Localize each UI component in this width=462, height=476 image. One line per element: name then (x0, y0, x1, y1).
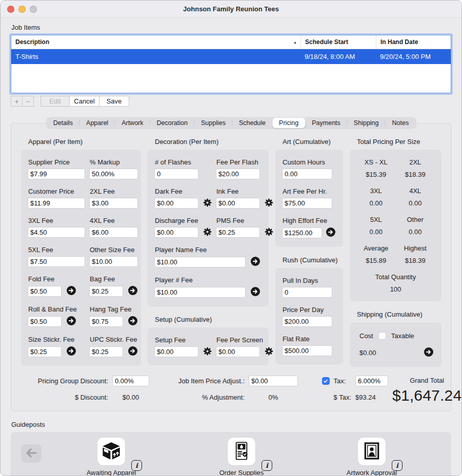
fee-other-size-input[interactable] (89, 256, 138, 267)
artwork-approval-info-button[interactable]: i (392, 460, 403, 471)
tab-schedule[interactable]: Schedule (232, 118, 272, 128)
discount-summary-group: Pricing Group Discount: $ Discount: $0.0… (21, 376, 149, 401)
tab-shipping[interactable]: Shipping (347, 118, 386, 128)
size-stickr-fee-apply-button[interactable] (66, 346, 76, 358)
hang-tag-fee-input[interactable] (89, 316, 123, 327)
player-num-fee-input[interactable] (154, 287, 246, 298)
supplier-price-input[interactable] (28, 169, 85, 179)
discount-amount-label: $ Discount: (38, 394, 108, 401)
tab-supplies[interactable]: Supplies (194, 118, 232, 128)
package-icon (101, 441, 122, 463)
price-per-day-input[interactable] (282, 316, 332, 327)
size-stickr-fee-label: Size Stickr. Fee (28, 336, 85, 343)
fee-per-flash-input[interactable] (216, 169, 260, 179)
high-effort-fee-input[interactable] (282, 227, 322, 238)
column-header-in-hand-date[interactable]: In Hand Date (376, 35, 451, 49)
tab-artwork[interactable]: Artwork (115, 118, 150, 128)
player-name-fee-apply-button[interactable] (250, 256, 260, 268)
customer-price-input[interactable] (28, 198, 85, 209)
dark-fee-input[interactable] (154, 198, 198, 209)
tab-apparel[interactable]: Apparel (79, 118, 115, 128)
upc-stickr-fee-input[interactable] (89, 346, 123, 357)
ink-fee-settings-button[interactable] (265, 198, 273, 209)
markup-input[interactable] (89, 169, 138, 179)
fee-2xl-input[interactable] (89, 198, 138, 209)
artwork-approval-button[interactable] (358, 438, 386, 465)
pms-fee-settings-button[interactable] (265, 227, 273, 238)
roll-band-fee-apply-button[interactable] (66, 316, 76, 327)
order-supplies-info-button[interactable]: i (262, 460, 272, 471)
window-controls (7, 6, 37, 13)
high-effort-fee-apply-button[interactable] (326, 227, 336, 239)
setup-fee-settings-button[interactable] (203, 347, 212, 357)
info-icon: i (266, 462, 268, 469)
fee-per-flash-label: Fee Per Flash (216, 158, 273, 166)
pms-fee-input[interactable] (216, 227, 260, 238)
fee-per-screen-input[interactable] (216, 346, 260, 357)
hang-tag-fee-apply-button[interactable] (128, 316, 138, 327)
column-header-description[interactable]: Description ▲ (11, 35, 300, 49)
highest-label: Highest (396, 244, 435, 252)
fold-fee-apply-button[interactable] (66, 285, 76, 297)
fold-fee-input[interactable] (28, 286, 62, 297)
roll-band-fee-input[interactable] (28, 316, 62, 327)
window-title: Johnson Family Reunion Tees (1, 1, 461, 17)
remove-job-item-button[interactable]: − (22, 96, 34, 107)
discount-amount-value: $0.00 (112, 394, 149, 401)
job-item-price-adjust-input[interactable] (249, 376, 298, 386)
column-header-schedule-start[interactable]: Schedule Start (300, 35, 376, 49)
fee-5xl-input[interactable] (28, 256, 85, 267)
taxable-checkbox[interactable] (378, 332, 386, 340)
bag-fee-apply-button[interactable] (128, 285, 138, 297)
flat-rate-input[interactable] (282, 345, 332, 356)
setup-fee-input[interactable] (154, 346, 198, 357)
awaiting-apparel-label: Awaiting Apparel (87, 469, 136, 476)
add-job-item-button[interactable]: + (11, 96, 23, 107)
tab-notes[interactable]: Notes (386, 118, 416, 128)
player-name-fee-input[interactable] (154, 257, 246, 267)
fee-3xl-input[interactable] (28, 227, 85, 238)
discharge-fee-settings-button[interactable] (203, 227, 212, 238)
total-pricing-section-title: Total Pricing Per Size (357, 138, 441, 146)
art-fee-per-hr-input[interactable] (282, 198, 332, 209)
tab-details[interactable]: Details (47, 118, 79, 128)
upc-stickr-fee-apply-button[interactable] (128, 346, 138, 358)
tab-pricing[interactable]: Pricing (272, 118, 305, 128)
num-flashes-input[interactable] (154, 169, 198, 179)
sort-ascending-icon: ▲ (293, 40, 297, 44)
discharge-fee-input[interactable] (154, 227, 198, 238)
custom-hours-input[interactable] (282, 169, 332, 179)
tax-checkbox[interactable] (322, 377, 330, 385)
fee-per-screen-settings-button[interactable] (265, 347, 273, 357)
setup-fee-label: Setup Fee (155, 336, 212, 344)
pricing-group-discount-input[interactable] (112, 376, 149, 386)
order-supplies-button[interactable] (228, 438, 255, 465)
size-5xl-label: 5XL (356, 216, 396, 223)
total-quantity-label: Total Quantity (356, 273, 435, 281)
minimize-window-button[interactable] (18, 6, 26, 13)
ink-fee-input[interactable] (216, 198, 260, 209)
job-items-table: Description ▲ Schedule Start In Hand Dat… (11, 35, 451, 93)
grand-total-value: $1,647.24 (392, 387, 461, 404)
save-button[interactable]: Save (99, 96, 129, 107)
table-row-selected[interactable]: T-Shirts 9/18/24, 8:00 AM 9/20/24, 5:00 … (11, 49, 451, 64)
awaiting-apparel-button[interactable] (97, 438, 125, 465)
tax-rate-input[interactable] (355, 376, 388, 386)
hang-tag-fee-label: Hang Tag Fee (90, 305, 138, 313)
shipping-cost-apply-button[interactable] (424, 347, 434, 359)
bag-fee-input[interactable] (89, 286, 123, 297)
fee-4xl-input[interactable] (89, 227, 138, 238)
pull-in-days-input[interactable] (282, 287, 332, 298)
size-stickr-fee-input[interactable] (28, 346, 62, 357)
tab-payments[interactable]: Payments (305, 118, 347, 128)
tab-decoration[interactable]: Decoration (150, 118, 194, 128)
dark-fee-settings-button[interactable] (203, 198, 212, 209)
awaiting-apparel-info-button[interactable]: i (131, 460, 142, 471)
bag-fee-label: Bag Fee (90, 275, 138, 283)
pricing-group-discount-label: Pricing Group Discount: (38, 377, 108, 385)
close-window-button[interactable] (7, 6, 14, 13)
info-icon: i (135, 462, 138, 469)
player-num-fee-apply-button[interactable] (250, 286, 260, 298)
guidepost-back-button[interactable] (21, 444, 42, 463)
cancel-button[interactable]: Cancel (69, 96, 99, 107)
